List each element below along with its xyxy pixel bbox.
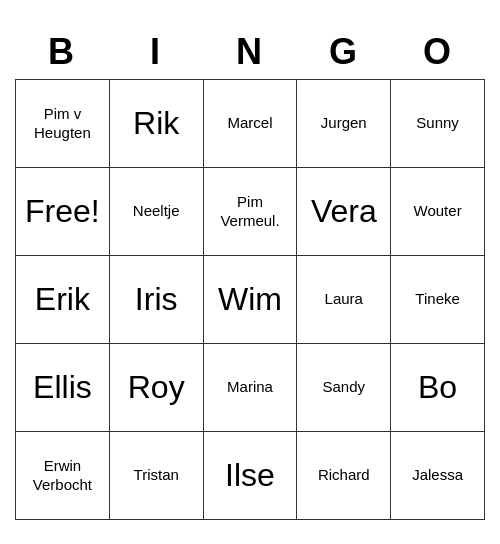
grid-cell: Neeltje — [110, 168, 204, 256]
grid-cell: Jurgen — [297, 80, 391, 168]
grid-cell: Pim vHeugten — [16, 80, 110, 168]
grid-cell: Bo — [391, 344, 485, 432]
grid-cell: Roy — [110, 344, 204, 432]
grid-cell: ErwinVerbocht — [16, 432, 110, 520]
grid-cell: Free! — [16, 168, 110, 256]
grid-cell: Tineke — [391, 256, 485, 344]
cell-label: Pim vHeugten — [34, 104, 91, 143]
cell-label: Vera — [311, 193, 377, 230]
cell-label: Tineke — [415, 289, 459, 309]
cell-label: PimVermeul. — [220, 192, 279, 231]
cell-label: Jalessa — [412, 465, 463, 485]
cell-label: Erik — [35, 281, 90, 318]
cell-label: Iris — [135, 281, 178, 318]
cell-label: Bo — [418, 369, 457, 406]
grid-cell: Jalessa — [391, 432, 485, 520]
cell-label: Wim — [218, 281, 282, 318]
header-letter: N — [203, 25, 297, 79]
grid-cell: Marina — [204, 344, 298, 432]
header-letter: I — [109, 25, 203, 79]
cell-label: ErwinVerbocht — [33, 456, 92, 495]
cell-label: Richard — [318, 465, 370, 485]
grid-cell: PimVermeul. — [204, 168, 298, 256]
cell-label: Marina — [227, 377, 273, 397]
cell-label: Ellis — [33, 369, 92, 406]
bingo-header: BINGO — [15, 25, 485, 79]
cell-label: Tristan — [134, 465, 179, 485]
grid-cell: Wouter — [391, 168, 485, 256]
cell-label: Laura — [325, 289, 363, 309]
cell-label: Jurgen — [321, 113, 367, 133]
grid-cell: Erik — [16, 256, 110, 344]
bingo-grid: Pim vHeugtenRikMarcelJurgenSunnyFree!Nee… — [15, 79, 485, 520]
grid-cell: Marcel — [204, 80, 298, 168]
grid-cell: Tristan — [110, 432, 204, 520]
cell-label: Roy — [128, 369, 185, 406]
grid-cell: Richard — [297, 432, 391, 520]
grid-cell: Ellis — [16, 344, 110, 432]
cell-label: Rik — [133, 105, 179, 142]
cell-label: Sandy — [323, 377, 366, 397]
header-letter: G — [297, 25, 391, 79]
grid-cell: Sunny — [391, 80, 485, 168]
cell-label: Wouter — [414, 201, 462, 221]
header-letter: B — [15, 25, 109, 79]
grid-cell: Iris — [110, 256, 204, 344]
grid-cell: Rik — [110, 80, 204, 168]
grid-cell: Laura — [297, 256, 391, 344]
bingo-card: BINGO Pim vHeugtenRikMarcelJurgenSunnyFr… — [15, 25, 485, 520]
cell-label: Sunny — [416, 113, 459, 133]
cell-label: Ilse — [225, 457, 275, 494]
cell-label: Free! — [25, 193, 100, 230]
grid-cell: Vera — [297, 168, 391, 256]
cell-label: Marcel — [227, 113, 272, 133]
grid-cell: Wim — [204, 256, 298, 344]
grid-cell: Sandy — [297, 344, 391, 432]
cell-label: Neeltje — [133, 201, 180, 221]
header-letter: O — [391, 25, 485, 79]
grid-cell: Ilse — [204, 432, 298, 520]
